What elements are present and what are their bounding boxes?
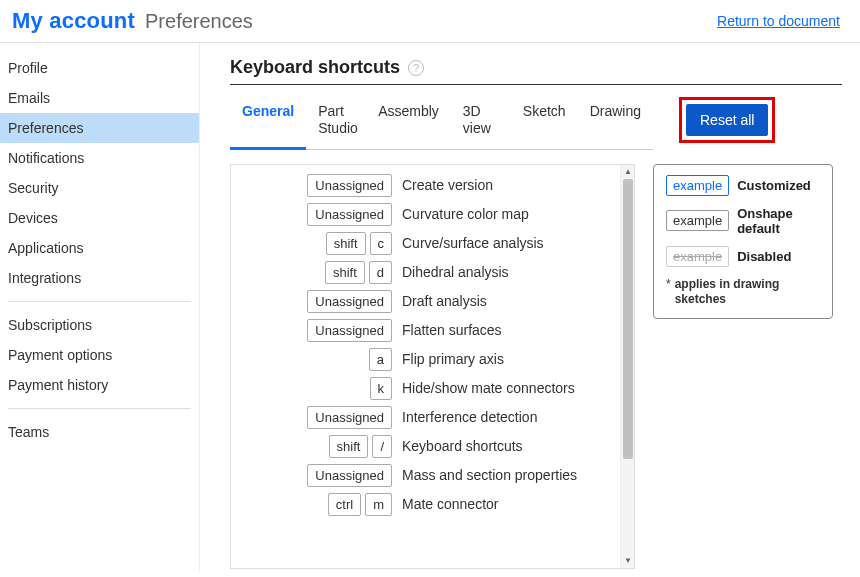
sidebar-divider [8, 301, 191, 302]
key-a[interactable]: a [369, 348, 392, 371]
shortcut-row[interactable]: UnassignedMass and section properties [237, 461, 612, 490]
sidebar-item-preferences[interactable]: Preferences [0, 113, 199, 143]
my-account-link[interactable]: My account [12, 8, 135, 34]
legend-chip-customized: example [666, 175, 729, 196]
key-unassigned[interactable]: Unassigned [307, 464, 392, 487]
shortcut-description: Flip primary axis [402, 351, 612, 367]
tab-sketch[interactable]: Sketch [511, 97, 578, 149]
tab-assembly[interactable]: Assembly [366, 97, 451, 149]
shortcut-row[interactable]: UnassignedFlatten surfaces [237, 316, 612, 345]
main-panel: Keyboard shortcuts ? General Part Studio… [200, 43, 860, 572]
section-title: Keyboard shortcuts [230, 57, 400, 78]
legend-asterisk: * [666, 277, 671, 308]
shortcut-description: Hide/show mate connectors [402, 380, 612, 396]
tabs: General Part Studio Assembly 3D view Ske… [230, 97, 653, 150]
key-unassigned[interactable]: Unassigned [307, 406, 392, 429]
sidebar-item-payment-options[interactable]: Payment options [0, 340, 199, 370]
key-k[interactable]: k [370, 377, 393, 400]
reset-all-highlight: Reset all [679, 97, 775, 143]
return-to-document-link[interactable]: Return to document [717, 13, 840, 29]
tab-3d-view[interactable]: 3D view [451, 97, 511, 149]
sidebar-item-subscriptions[interactable]: Subscriptions [0, 310, 199, 340]
breadcrumb: My account Preferences [12, 8, 253, 34]
page-title: Preferences [145, 10, 253, 33]
tab-general[interactable]: General [230, 97, 306, 150]
shortcut-keys: Unassigned [237, 319, 392, 342]
sidebar-item-devices[interactable]: Devices [0, 203, 199, 233]
shortcut-row[interactable]: UnassignedDraft analysis [237, 287, 612, 316]
key-shift[interactable]: shift [326, 232, 366, 255]
shortcut-description: Mate connector [402, 496, 612, 512]
shortcut-row[interactable]: shiftdDihedral analysis [237, 258, 612, 287]
sidebar-item-emails[interactable]: Emails [0, 83, 199, 113]
shortcut-row[interactable]: UnassignedCreate version [237, 171, 612, 200]
key-m[interactable]: m [365, 493, 392, 516]
key-unassigned[interactable]: Unassigned [307, 319, 392, 342]
key-c[interactable]: c [370, 232, 393, 255]
key-slash[interactable]: / [372, 435, 392, 458]
shortcut-keys: k [237, 377, 392, 400]
legend-note-text: applies in drawing sketches [675, 277, 820, 308]
shortcut-keys: Unassigned [237, 290, 392, 313]
help-icon[interactable]: ? [408, 60, 424, 76]
shortcut-description: Create version [402, 177, 612, 193]
key-unassigned[interactable]: Unassigned [307, 290, 392, 313]
shortcut-description: Curve/surface analysis [402, 235, 612, 251]
sidebar-divider [8, 408, 191, 409]
shortcut-row[interactable]: shift/Keyboard shortcuts [237, 432, 612, 461]
shortcut-keys: shiftc [237, 232, 392, 255]
sidebar: Profile Emails Preferences Notifications… [0, 43, 200, 572]
shortcut-description: Interference detection [402, 409, 612, 425]
key-d[interactable]: d [369, 261, 392, 284]
key-shift[interactable]: shift [329, 435, 369, 458]
legend-chip-default: example [666, 210, 729, 231]
shortcut-row[interactable]: kHide/show mate connectors [237, 374, 612, 403]
reset-all-button[interactable]: Reset all [686, 104, 768, 136]
key-ctrl[interactable]: ctrl [328, 493, 361, 516]
shortcut-keys: ctrlm [237, 493, 392, 516]
shortcut-keys: shift/ [237, 435, 392, 458]
scrollbar-thumb[interactable] [623, 179, 633, 459]
shortcut-description: Flatten surfaces [402, 322, 612, 338]
scrollbar[interactable]: ▲ ▼ [620, 165, 634, 568]
shortcut-keys: Unassigned [237, 174, 392, 197]
tab-part-studio[interactable]: Part Studio [306, 97, 366, 149]
shortcut-keys: shiftd [237, 261, 392, 284]
scroll-up-icon[interactable]: ▲ [621, 165, 635, 179]
shortcut-keys: a [237, 348, 392, 371]
shortcut-row[interactable]: aFlip primary axis [237, 345, 612, 374]
shortcuts-list: UnassignedCreate versionUnassignedCurvat… [230, 164, 635, 569]
shortcut-keys: Unassigned [237, 203, 392, 226]
key-unassigned[interactable]: Unassigned [307, 174, 392, 197]
legend-panel: example Customized example Onshape defau… [653, 164, 833, 319]
legend-label-default: Onshape default [737, 206, 820, 236]
sidebar-item-integrations[interactable]: Integrations [0, 263, 199, 293]
sidebar-item-teams[interactable]: Teams [0, 417, 199, 447]
sidebar-item-security[interactable]: Security [0, 173, 199, 203]
legend-chip-disabled: example [666, 246, 729, 267]
shortcut-row[interactable]: ctrlmMate connector [237, 490, 612, 519]
shortcut-keys: Unassigned [237, 406, 392, 429]
key-unassigned[interactable]: Unassigned [307, 203, 392, 226]
scroll-down-icon[interactable]: ▼ [621, 554, 635, 568]
shortcut-description: Mass and section properties [402, 467, 612, 483]
sidebar-item-payment-history[interactable]: Payment history [0, 370, 199, 400]
shortcut-row[interactable]: UnassignedInterference detection [237, 403, 612, 432]
sidebar-item-notifications[interactable]: Notifications [0, 143, 199, 173]
shortcut-keys: Unassigned [237, 464, 392, 487]
legend-label-customized: Customized [737, 178, 811, 193]
shortcut-row[interactable]: UnassignedCurvature color map [237, 200, 612, 229]
shortcut-description: Keyboard shortcuts [402, 438, 612, 454]
sidebar-item-profile[interactable]: Profile [0, 53, 199, 83]
shortcut-row[interactable]: shiftcCurve/surface analysis [237, 229, 612, 258]
tab-drawing[interactable]: Drawing [578, 97, 653, 149]
shortcut-description: Dihedral analysis [402, 264, 612, 280]
legend-label-disabled: Disabled [737, 249, 791, 264]
shortcut-description: Curvature color map [402, 206, 612, 222]
key-shift[interactable]: shift [325, 261, 365, 284]
sidebar-item-applications[interactable]: Applications [0, 233, 199, 263]
shortcut-description: Draft analysis [402, 293, 612, 309]
